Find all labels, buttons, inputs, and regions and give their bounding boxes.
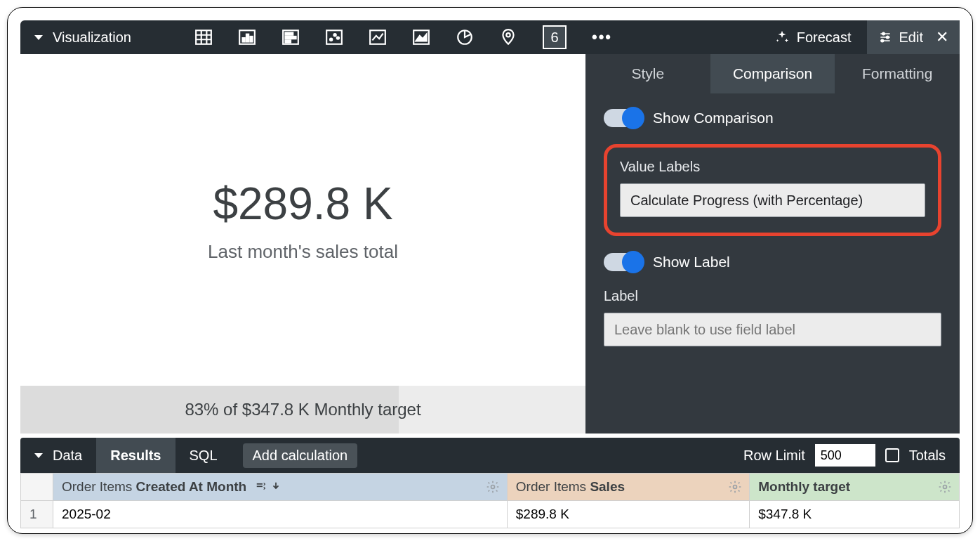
single-value-number: $289.8 K — [213, 178, 392, 230]
svg-point-16 — [337, 37, 339, 39]
data-title: Data — [53, 448, 82, 464]
tab-sql[interactable]: SQL — [176, 438, 232, 473]
edit-button[interactable]: Edit ✕ — [867, 20, 960, 54]
show-comparison-label: Show Comparison — [653, 110, 774, 126]
close-icon[interactable]: ✕ — [930, 28, 948, 46]
area-chart-icon[interactable] — [412, 28, 430, 46]
svg-rect-0 — [196, 30, 211, 44]
visualization-collapse[interactable]: Visualization — [20, 30, 145, 46]
svg-rect-7 — [246, 34, 249, 42]
pie-chart-icon[interactable] — [456, 28, 474, 46]
scatter-chart-icon[interactable] — [325, 28, 343, 46]
map-chart-icon[interactable] — [499, 28, 517, 46]
row-limit-input[interactable] — [815, 444, 875, 467]
single-value-chart-icon[interactable]: 6 — [543, 25, 567, 49]
totals-label: Totals — [909, 448, 946, 464]
visualization-canvas: $289.8 K Last month's sales total 83% of… — [20, 54, 585, 434]
totals-checkbox[interactable] — [885, 448, 899, 462]
svg-point-26 — [881, 39, 883, 41]
svg-point-24 — [882, 32, 884, 34]
value-labels-title: Value Labels — [620, 159, 925, 175]
tab-results[interactable]: Results — [96, 438, 175, 473]
cell-month: 2025-02 — [53, 501, 508, 528]
progress-label: 83% of $347.8 K Monthly target — [185, 400, 421, 419]
column-chart-icon[interactable] — [238, 28, 256, 46]
line-chart-icon[interactable] — [369, 28, 387, 46]
svg-point-30 — [734, 485, 737, 489]
svg-point-20 — [506, 33, 510, 37]
data-toolbar: Data Results SQL Add calculation Row Lim… — [20, 438, 960, 473]
svg-point-25 — [886, 36, 888, 38]
svg-point-29 — [491, 485, 494, 489]
edit-label: Edit — [899, 30, 923, 46]
svg-rect-11 — [285, 37, 296, 39]
table-row: 1 2025-02 $289.8 K $347.8 K — [21, 501, 960, 528]
cell-target: $347.8 K — [750, 501, 960, 528]
gear-icon[interactable] — [486, 480, 500, 494]
caret-down-icon — [34, 453, 43, 458]
pivot-icon[interactable] — [254, 481, 267, 491]
single-value-subtitle: Last month's sales total — [208, 241, 398, 263]
svg-rect-27 — [257, 483, 263, 485]
edit-panel: Style Comparison Formatting Show Compari… — [585, 54, 960, 434]
add-calculation-button[interactable]: Add calculation — [243, 443, 358, 468]
column-header-created-at-month[interactable]: Order Items Created At Month — [53, 474, 508, 501]
row-number: 1 — [21, 501, 53, 528]
tab-comparison[interactable]: Comparison — [710, 54, 835, 93]
rownum-header — [21, 474, 53, 501]
comparison-progress-bar: 83% of $347.8 K Monthly target — [20, 386, 585, 434]
show-comparison-toggle[interactable] — [604, 109, 643, 127]
sparkle-icon — [774, 30, 790, 45]
caret-down-icon — [34, 35, 43, 40]
data-collapse[interactable]: Data — [20, 438, 96, 473]
svg-rect-10 — [285, 33, 293, 35]
tab-formatting[interactable]: Formatting — [835, 54, 960, 93]
column-header-sales[interactable]: Order Items Sales — [507, 474, 749, 501]
svg-rect-28 — [257, 485, 263, 487]
table-chart-icon[interactable] — [194, 28, 213, 46]
forecast-label: Forecast — [797, 30, 852, 46]
svg-rect-8 — [250, 37, 252, 42]
visualization-toolbar: Visualization 6 ••• Forecast — [20, 20, 960, 54]
column-header-monthly-target[interactable]: Monthly target — [750, 474, 960, 501]
svg-point-15 — [333, 34, 336, 36]
show-label-toggle[interactable] — [604, 253, 643, 271]
tab-style[interactable]: Style — [585, 54, 710, 93]
sliders-icon — [878, 30, 892, 44]
results-table: Order Items Created At Month Order Items… — [20, 473, 960, 528]
svg-point-31 — [943, 485, 947, 489]
forecast-button[interactable]: Forecast — [759, 20, 867, 54]
sort-desc-icon[interactable] — [271, 481, 281, 492]
gear-icon[interactable] — [938, 480, 952, 494]
svg-rect-6 — [242, 38, 244, 41]
value-labels-section: Value Labels Calculate Progress (with Pe… — [604, 144, 941, 236]
gear-icon[interactable] — [728, 480, 742, 494]
svg-point-14 — [330, 39, 332, 41]
more-visualizations-icon[interactable]: ••• — [592, 28, 612, 46]
row-limit-label: Row Limit — [743, 448, 805, 464]
label-field-title: Label — [604, 288, 941, 304]
label-input[interactable] — [604, 313, 941, 346]
value-labels-select[interactable]: Calculate Progress (with Percentage) — [620, 183, 925, 217]
svg-rect-12 — [285, 40, 291, 42]
visualization-title: Visualization — [53, 30, 131, 46]
show-label-label: Show Label — [653, 254, 730, 270]
bar-chart-icon[interactable] — [282, 28, 300, 46]
cell-sales: $289.8 K — [507, 501, 749, 528]
